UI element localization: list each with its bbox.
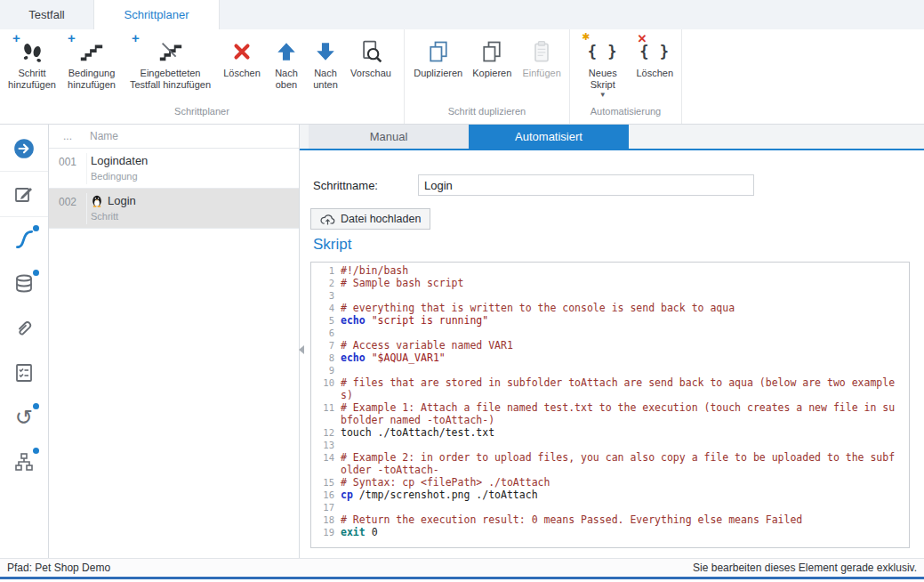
step-type: Bedingung: [91, 171, 148, 182]
paperclip-icon: [13, 318, 35, 339]
arrow-down-icon: [307, 36, 344, 68]
move-down-button[interactable]: Nach unten: [306, 34, 345, 93]
database-icon: [13, 273, 35, 295]
upload-cloud-icon: [320, 214, 335, 225]
detail-tabstrip: Manual Automatisiert: [300, 125, 924, 150]
ribbon-group-label-automatisierung: Automatisierung: [570, 106, 681, 124]
status-bar: Pfad: Pet Shop Demo Sie bearbeiten diese…: [0, 558, 924, 576]
new-script-button[interactable]: { } ✱ Neues Skript ▼: [574, 34, 631, 101]
add-step-button[interactable]: + Schritt hinzufügen: [4, 34, 60, 93]
sidebar-item-attachments[interactable]: [0, 306, 48, 351]
tab-automatisiert[interactable]: Automatisiert: [469, 125, 629, 149]
stairs-add-icon: +: [60, 36, 123, 68]
ribbon-group-automatisierung: { } ✱ Neues Skript ▼ { } ✕ Löschen Autom…: [570, 29, 682, 124]
ribbon: + Schritt hinzufügen + Bedingung hinzufü…: [0, 29, 924, 125]
ribbon-group-label-schritt-duplizieren: Schritt duplizieren: [405, 106, 569, 124]
ribbon-group-label-schrittplaner: Schrittplaner: [0, 106, 404, 124]
delete-x-icon: [218, 36, 266, 68]
tab-schrittplaner[interactable]: Schrittplaner: [93, 0, 220, 30]
paste-button[interactable]: Einfügen: [517, 34, 566, 81]
edit-pencil-icon: [13, 183, 35, 205]
app-window: Testfall Schrittplaner: [0, 0, 924, 582]
content-area: ↺ ... Name 001: [0, 125, 924, 558]
delete-step-label: Löschen: [223, 68, 261, 79]
paste-label: Einfügen: [522, 68, 560, 79]
step-list-header: ... Name: [49, 125, 299, 149]
step-list-panel: ... Name 001 Logindaten Bedingung 002: [49, 125, 300, 558]
preview-magnifier-icon: [346, 36, 396, 68]
script-heading: Skript: [313, 236, 351, 254]
paste-clipboard-icon: [518, 36, 566, 68]
step-name-label: Schrittname:: [313, 179, 418, 192]
sidebar-item-history[interactable]: ↺: [0, 395, 48, 440]
delete-script-label: Löschen: [636, 68, 673, 79]
embedded-testcase-add-icon: +: [125, 36, 216, 68]
detail-body: Schrittname: Datei hochladen Skript 1#!/…: [300, 150, 924, 558]
ribbon-group-schrittplaner: + Schritt hinzufügen + Bedingung hinzufü…: [0, 29, 405, 124]
duplicate-label: Duplizieren: [414, 68, 462, 79]
step-row-logindaten[interactable]: 001 Logindaten Bedingung: [49, 149, 299, 189]
move-down-label: Nach unten: [307, 68, 344, 91]
preview-button[interactable]: Vorschau: [345, 34, 397, 81]
upload-file-button[interactable]: Datei hochladen: [310, 208, 430, 230]
status-path: Pfad: Pet Shop Demo: [7, 562, 110, 574]
delete-script-button[interactable]: { } ✕ Löschen: [631, 34, 679, 81]
add-embedded-testcase-button[interactable]: + Eingebetteten Testfall hinzufügen: [124, 34, 217, 93]
step-name-row: Schrittname:: [313, 174, 754, 196]
sidebar-item-edit[interactable]: [0, 172, 48, 217]
hierarchy-icon: [13, 451, 35, 473]
sidebar-item-tasks[interactable]: [0, 351, 48, 395]
copy-pages-icon: [468, 36, 516, 68]
script-lines: 1#!/bin/bash2# Sample bash script3 4# ev…: [311, 264, 909, 538]
flow-curve-icon: [12, 228, 36, 251]
ribbon-filler: [682, 29, 924, 124]
upload-file-label: Datei hochladen: [341, 213, 421, 225]
column-header-dots[interactable]: ...: [49, 130, 86, 142]
step-row-login[interactable]: 002: [49, 189, 299, 229]
go-circle-icon: [12, 137, 36, 160]
step-number: 001: [49, 153, 87, 184]
column-header-name[interactable]: Name: [86, 130, 118, 142]
status-lock-message: Sie bearbeiten dieses Element gerade exk…: [693, 562, 917, 574]
duplicate-button[interactable]: Duplizieren: [409, 34, 467, 81]
history-undo-icon: ↺: [15, 407, 33, 428]
tab-manual[interactable]: Manual: [309, 125, 469, 149]
new-script-braces-icon: { } ✱: [575, 36, 630, 68]
duplicate-pages-icon: [410, 36, 466, 68]
footprints-add-icon: +: [5, 36, 59, 68]
script-editor[interactable]: 1#!/bin/bash2# Sample bash script3 4# ev…: [310, 262, 910, 548]
new-script-dropdown-chevron-icon[interactable]: ▼: [599, 92, 607, 99]
new-script-label: Neues Skript: [575, 68, 630, 91]
checklist-icon: [13, 362, 35, 384]
left-icon-sidebar: ↺: [0, 125, 49, 558]
step-type: Schritt: [91, 211, 136, 222]
step-name: Logindaten: [91, 153, 148, 167]
step-number: 002: [49, 193, 87, 224]
add-embedded-testcase-label: Eingebetteten Testfall hinzufügen: [125, 68, 216, 91]
detail-panel: Manual Automatisiert Schrittname: Datei …: [300, 125, 924, 558]
linux-penguin-icon: [91, 194, 103, 207]
delete-step-button[interactable]: Löschen: [217, 34, 267, 81]
delete-script-braces-icon: { } ✕: [631, 36, 678, 68]
step-name: Login: [108, 194, 136, 207]
arrow-up-icon: [268, 36, 305, 68]
move-up-label: Nach oben: [268, 68, 305, 91]
sidebar-item-hierarchy[interactable]: [0, 440, 48, 484]
document-tabstrip: Testfall Schrittplaner: [0, 0, 924, 30]
preview-label: Vorschau: [350, 68, 391, 79]
collapse-left-arrow-icon[interactable]: [299, 345, 304, 354]
sidebar-item-data[interactable]: [0, 262, 48, 306]
add-condition-button[interactable]: + Bedingung hinzufügen: [60, 34, 124, 93]
copy-button[interactable]: Kopieren: [467, 34, 517, 81]
add-condition-label: Bedingung hinzufügen: [60, 68, 123, 91]
step-name-input[interactable]: [418, 174, 754, 196]
ribbon-group-schritt-duplizieren: Duplizieren Kopieren: [405, 29, 570, 124]
tab-testfall[interactable]: Testfall: [0, 0, 93, 29]
move-up-button[interactable]: Nach oben: [267, 34, 306, 93]
copy-label: Kopieren: [472, 68, 511, 79]
add-step-label: Schritt hinzufügen: [5, 68, 59, 91]
sidebar-item-schrittplaner[interactable]: [0, 217, 48, 262]
sidebar-item-navigate[interactable]: [0, 126, 48, 172]
window-bottom-edge: [0, 576, 924, 582]
